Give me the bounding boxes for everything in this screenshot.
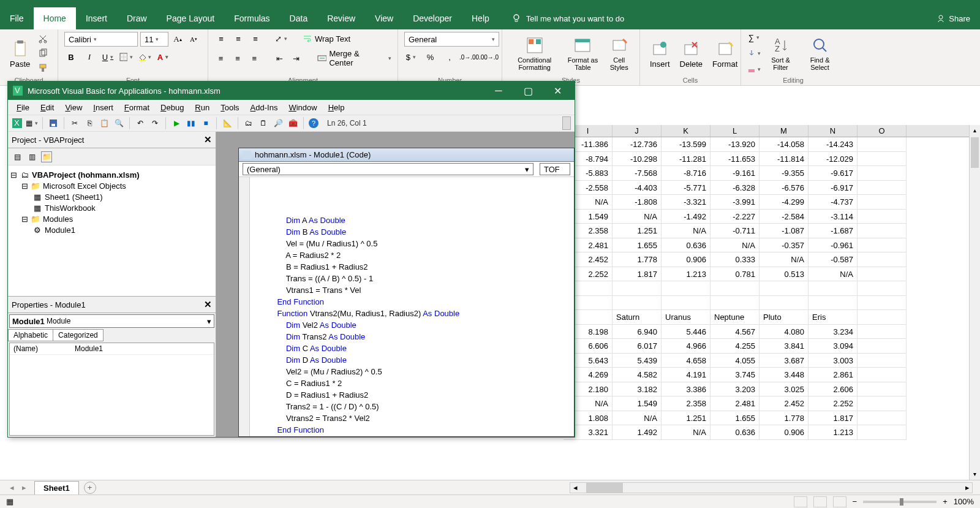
column-header-M[interactable]: M xyxy=(760,125,809,137)
cell[interactable]: 4.055 xyxy=(710,354,760,368)
props-name-val[interactable]: Module1 xyxy=(71,343,107,354)
cell[interactable] xyxy=(858,411,907,426)
decrease-font-button[interactable]: A▾ xyxy=(187,32,200,46)
zoom-in-button[interactable]: + xyxy=(943,497,948,506)
cell[interactable]: 2.861 xyxy=(809,368,858,382)
cell[interactable]: -8.716 xyxy=(662,166,710,181)
horizontal-scrollbar[interactable]: ◂▸ xyxy=(570,482,973,493)
find-select-button[interactable]: Find & Select xyxy=(801,34,839,72)
align-left-button[interactable]: ≡ xyxy=(214,51,227,65)
view-break-button[interactable] xyxy=(833,496,846,507)
cut-button[interactable] xyxy=(36,32,50,45)
vba-menu-help[interactable]: Help xyxy=(323,103,350,112)
cell[interactable]: 5.446 xyxy=(662,325,710,339)
cell[interactable]: 0.636 xyxy=(662,238,710,253)
cell[interactable]: 5.439 xyxy=(612,354,662,368)
cell[interactable]: N/A xyxy=(612,210,662,224)
cell[interactable] xyxy=(858,166,907,181)
sheet-nav-prev[interactable]: ◂ xyxy=(6,483,17,492)
close-project-pane[interactable]: ✕ xyxy=(204,134,212,145)
cell[interactable] xyxy=(858,382,907,397)
cell[interactable]: 4.567 xyxy=(710,325,760,339)
cell[interactable]: Eris xyxy=(809,310,858,325)
props-tab-categorized[interactable]: Categorized xyxy=(53,329,104,341)
comma-button[interactable]: , xyxy=(443,50,456,64)
find-button[interactable]: 🔍 xyxy=(113,118,124,129)
cell[interactable] xyxy=(858,137,907,152)
cell[interactable]: 1.251 xyxy=(662,411,710,426)
props-grid[interactable]: (Name) Module1 xyxy=(9,343,214,436)
cell[interactable]: -1.808 xyxy=(612,195,662,210)
delete-button[interactable]: Delete xyxy=(676,37,707,70)
fill-color-button[interactable]: ▾ xyxy=(138,50,151,64)
cell[interactable]: -1.087 xyxy=(760,224,809,238)
cell[interactable] xyxy=(858,425,907,440)
cell[interactable] xyxy=(662,281,710,296)
cell[interactable]: Uranus xyxy=(662,310,710,325)
paste-button[interactable]: 📋 xyxy=(99,118,110,129)
zoom-out-button[interactable]: − xyxy=(853,497,858,506)
scroll-up-button[interactable]: ▴ xyxy=(970,125,980,136)
break-button[interactable]: ▮▮ xyxy=(186,118,197,129)
scroll-down-button[interactable]: ▾ xyxy=(970,469,980,480)
ribbon-tab-draw[interactable]: Draw xyxy=(117,7,157,29)
cell[interactable] xyxy=(710,281,760,296)
cell[interactable]: 4.191 xyxy=(662,368,710,382)
cell[interactable]: -11.281 xyxy=(662,152,710,167)
cell[interactable] xyxy=(809,296,858,311)
bold-button[interactable]: B xyxy=(64,50,78,64)
code-window-titlebar[interactable]: hohmann.xlsm - Module1 (Code) xyxy=(239,148,574,162)
cell[interactable]: -3.991 xyxy=(710,195,760,210)
vba-menu-tools[interactable]: Tools xyxy=(216,103,244,112)
decrease-dec-button[interactable]: .00→.0 xyxy=(482,50,496,64)
ribbon-tab-view[interactable]: View xyxy=(365,7,403,29)
cell[interactable] xyxy=(858,238,907,253)
object-combo[interactable]: (General)▾ xyxy=(243,163,533,175)
insert-module-button[interactable]: ▦▾ xyxy=(26,118,37,129)
tree-modules[interactable]: Modules xyxy=(43,214,73,224)
column-header-O[interactable]: O xyxy=(858,125,907,137)
ribbon-tab-developer[interactable]: Developer xyxy=(403,7,462,29)
autosum-button[interactable]: ∑▾ xyxy=(747,31,761,44)
cell[interactable] xyxy=(612,281,662,296)
cell[interactable]: 3.745 xyxy=(710,368,760,382)
cell[interactable]: -2.227 xyxy=(710,210,760,224)
vba-menu-format[interactable]: Format xyxy=(119,103,154,112)
cell[interactable]: N/A xyxy=(612,411,662,426)
view-code-button[interactable]: ▤ xyxy=(12,151,23,162)
wrap-text-button[interactable]: Wrap Text xyxy=(303,34,350,44)
cell[interactable]: -3.321 xyxy=(662,195,710,210)
format-table-button[interactable]: Format as Table xyxy=(563,34,602,72)
cell[interactable] xyxy=(858,195,907,210)
cell[interactable]: -5.771 xyxy=(662,181,710,195)
cell[interactable]: -9.355 xyxy=(760,166,809,181)
cell[interactable]: 3.182 xyxy=(612,382,662,397)
cell[interactable]: 1.251 xyxy=(612,224,662,238)
cell[interactable]: 1.492 xyxy=(612,425,662,440)
format-button[interactable]: Format xyxy=(709,37,741,70)
save-button[interactable] xyxy=(48,118,59,129)
align-center-button[interactable]: ≡ xyxy=(231,51,244,65)
cell[interactable]: 3.203 xyxy=(710,382,760,397)
cell[interactable]: N/A xyxy=(809,267,858,282)
cell[interactable]: -9.617 xyxy=(809,166,858,181)
reset-button[interactable]: ■ xyxy=(200,118,211,129)
ribbon-tab-page-layout[interactable]: Page Layout xyxy=(157,7,225,29)
code-editor[interactable]: Dim A As Double Dim B As Double Vel = (M… xyxy=(239,176,574,436)
cell[interactable]: N/A xyxy=(662,425,710,440)
tree-root[interactable]: VBAProject (hohmann.xlsm) xyxy=(32,170,140,180)
cell[interactable]: 4.658 xyxy=(662,354,710,368)
cell[interactable]: 4.080 xyxy=(760,325,809,339)
cell[interactable]: -10.298 xyxy=(612,152,662,167)
zoom-slider[interactable] xyxy=(863,501,937,503)
cell[interactable]: -1.687 xyxy=(809,224,858,238)
cell[interactable] xyxy=(760,296,809,311)
ribbon-tab-review[interactable]: Review xyxy=(317,7,365,29)
cell[interactable] xyxy=(662,296,710,311)
cell[interactable]: Saturn xyxy=(612,310,662,325)
cell[interactable]: 2.481 xyxy=(710,396,760,411)
cell[interactable] xyxy=(858,354,907,368)
undo-button[interactable]: ↶ xyxy=(135,118,146,129)
align-bot-button[interactable]: ≡ xyxy=(249,32,262,45)
increase-dec-button[interactable]: .0→.00 xyxy=(462,50,476,64)
